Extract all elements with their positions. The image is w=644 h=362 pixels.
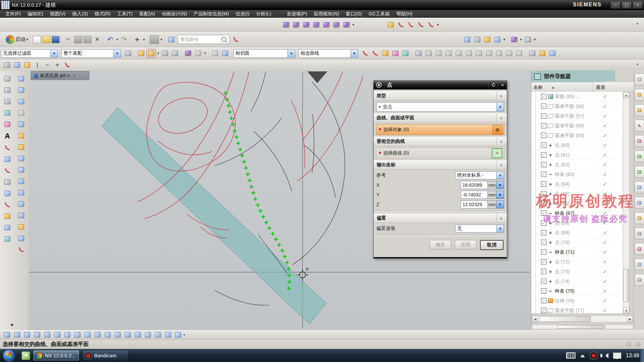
feature-checkbox[interactable]: ✓	[541, 94, 546, 99]
line-snap-2[interactable]	[434, 49, 443, 57]
feature-tool-8[interactable]	[17, 155, 25, 163]
resource-tab-9[interactable]	[635, 197, 644, 209]
taskbar-button-nx[interactable]: NX 12.0.0.2...	[33, 350, 79, 361]
feature-row[interactable]: ✓+点 (62)✓	[531, 160, 623, 170]
feature-checkbox[interactable]: ✓	[541, 113, 546, 119]
stop-at-intersection-button[interactable]	[361, 49, 370, 57]
coord-spinner-icon[interactable]: ▼	[496, 191, 504, 199]
curve-tool-3[interactable]	[3, 98, 12, 106]
select-curve-row[interactable]: * 选择曲线 (0) ~	[376, 148, 504, 159]
feature-row[interactable]: ✓基准平面 (59)✓	[531, 131, 623, 140]
dialog-settings-gear-icon[interactable]	[376, 82, 382, 88]
feature-tool-6[interactable]	[17, 132, 25, 140]
curve-tool-1[interactable]	[3, 75, 12, 83]
section-object[interactable]: 曲线、曲面或平面 ∧	[374, 113, 507, 123]
window-display-button[interactable]	[463, 36, 472, 44]
panel-bottom-scrollbar[interactable]	[532, 324, 633, 329]
feature-checkbox[interactable]: ✓	[541, 308, 546, 313]
feature-checkbox[interactable]: ✓	[541, 210, 546, 216]
feature-checkbox[interactable]: ✓	[541, 220, 546, 226]
cut-button[interactable]: ✂	[64, 35, 73, 44]
curve-tool-12[interactable]	[3, 201, 12, 209]
surface-tool-14[interactable]	[133, 331, 142, 339]
resource-tab-13[interactable]	[635, 258, 644, 270]
tab-reload-icon[interactable]: ⟳	[67, 73, 70, 78]
combo-dropdown-icon[interactable]: ▼	[496, 103, 504, 111]
combo-dropdown-icon[interactable]: ▼	[496, 172, 504, 179]
coord-value-input[interactable]: -8.74032	[461, 191, 487, 199]
point-tool-button[interactable]: +	[133, 35, 142, 44]
feature-tree[interactable]: ✓草图 (55) ...✓✓基准平面 (56)✓✓基准平面 (57)✓✓基准平面…	[531, 92, 623, 313]
curve-tool-7[interactable]	[3, 144, 12, 152]
open-file-button[interactable]	[42, 36, 50, 43]
toolbar-overflow-chevron[interactable]: ▾	[637, 62, 638, 66]
feature-row[interactable]: ✓基准平面 (58)✓	[531, 121, 623, 131]
feature-row[interactable]: ✓+点 (74)✓	[531, 277, 623, 286]
feature-checkbox[interactable]: ✓	[541, 181, 546, 187]
curve-tool-10[interactable]	[3, 178, 12, 186]
start-menu-button[interactable]: 启动	[15, 36, 25, 43]
reference-combo[interactable]: 绝对坐标系 - ▼	[455, 171, 504, 179]
feature-tool-16[interactable]	[17, 246, 25, 254]
feature-row[interactable]: ✓+点 (72)✓	[531, 257, 623, 267]
surface-tool-13[interactable]	[123, 331, 132, 339]
feature-checkbox[interactable]: ✓	[541, 279, 546, 284]
style-sweep-button[interactable]	[3, 61, 11, 69]
surface-tool-1[interactable]	[3, 331, 11, 339]
curve-tool-14[interactable]	[3, 224, 12, 232]
datum-plane[interactable]	[102, 108, 326, 324]
datum-axis-button[interactable]	[510, 36, 519, 44]
section-collapse-icon[interactable]: ∧	[496, 137, 505, 146]
snap-point-filter-2[interactable]	[147, 49, 156, 57]
feature-tool-12[interactable]	[17, 200, 25, 208]
menu-item-8[interactable]: 动画设计(N)	[158, 10, 190, 18]
combo-dropdown-icon[interactable]: ▼	[351, 50, 358, 57]
feature-checkbox[interactable]: ✓	[541, 123, 546, 128]
face-rule-combo[interactable]: 相切面▼	[233, 49, 295, 58]
tab-close-icon[interactable]: ×	[73, 73, 75, 78]
surface-tool-18[interactable]	[174, 331, 182, 339]
wcs-orient-button[interactable]	[184, 49, 193, 57]
resource-tab-6[interactable]	[635, 150, 644, 163]
proceed-arrow-button[interactable]	[401, 49, 410, 57]
resource-tab-14[interactable]	[635, 274, 644, 286]
feature-tool-14[interactable]	[17, 223, 25, 231]
feature-tool-9[interactable]	[17, 166, 25, 174]
feature-row[interactable]: ✓+点 (61)✓	[531, 150, 623, 160]
curve-snap[interactable]	[465, 49, 473, 57]
feature-row[interactable]: ✓~样条 (67)✓	[531, 208, 623, 218]
feature-checkbox[interactable]: ✓	[541, 288, 546, 294]
feature-row[interactable]: ✓~样条 (63)✓	[531, 170, 623, 179]
surface-tool-10[interactable]	[93, 331, 102, 339]
section-output-coordinates[interactable]: 输出坐标 ∧	[374, 160, 507, 170]
surface-tool-2[interactable]	[13, 331, 21, 339]
coord-value-input[interactable]: 12.02329	[461, 200, 487, 208]
dialog-reset-button[interactable]	[489, 81, 498, 89]
info-window-button[interactable]	[167, 36, 176, 44]
clip-section-button[interactable]	[473, 36, 482, 44]
feature-icon-4[interactable]	[312, 21, 321, 29]
add-point-button[interactable]: +	[53, 61, 62, 69]
document-tab[interactable]: 米其玩具.prt ⟳ ×	[31, 71, 89, 80]
section-curves[interactable]: 要相交的曲线 ∧	[374, 137, 507, 146]
status-dock-icon-2[interactable]	[635, 341, 641, 347]
feature-checkbox[interactable]: ✓	[541, 104, 546, 109]
section-collapse-icon[interactable]: ∧	[496, 214, 505, 223]
display-style-button[interactable]	[150, 35, 159, 44]
menu-item-5[interactable]: 格式(R)	[91, 10, 114, 18]
feature-tool-3[interactable]	[17, 98, 25, 106]
annotation-edit-button[interactable]	[538, 49, 547, 57]
scroll-down-icon[interactable]: ▼	[623, 308, 629, 313]
feature-checkbox[interactable]: ✓	[541, 240, 546, 245]
feature-icon-5[interactable]	[322, 21, 331, 29]
feature-tool-5[interactable]	[17, 120, 25, 128]
save-button[interactable]	[52, 36, 60, 43]
offset-option-combo[interactable]: 无 ▼	[455, 225, 504, 233]
menu-item-3[interactable]: 视图(V)	[47, 10, 69, 18]
menu-item-15[interactable]: GC工具箱	[365, 10, 393, 18]
feature-row[interactable]: ✓基准平面 (77)✓	[531, 306, 623, 313]
surface-tool-12[interactable]	[113, 331, 122, 339]
feature-checkbox[interactable]: ✓	[541, 142, 546, 148]
feature-row[interactable]: ✓基准平面 (57)✓	[531, 111, 623, 121]
feature-checkbox[interactable]: ✓	[541, 162, 546, 167]
